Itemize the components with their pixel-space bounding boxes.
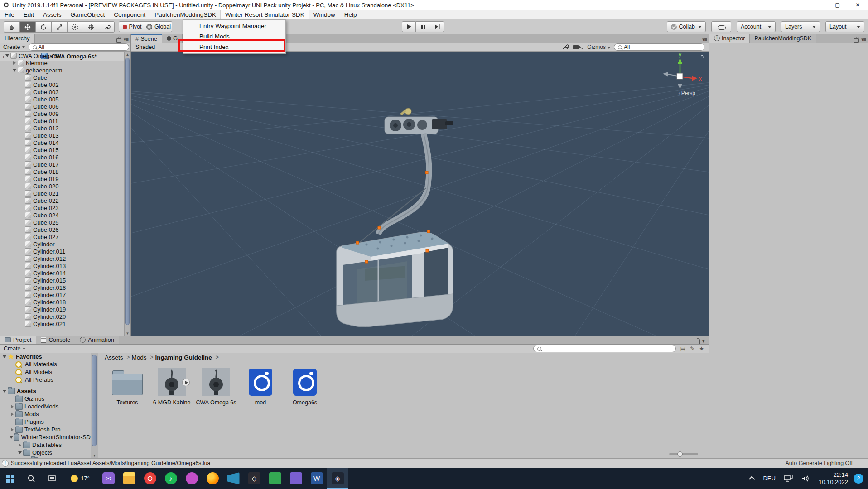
hierarchy-item[interactable]: Cylinder.018: [0, 298, 124, 306]
breadcrumb-segment[interactable]: Assets: [105, 354, 130, 361]
network-indicator[interactable]: [780, 468, 797, 489]
status-message[interactable]: Successfully reloaded LuaAsset Assets/Mo…: [11, 460, 211, 466]
expand-arrow-icon[interactable]: [10, 428, 15, 431]
hierarchy-item[interactable]: Klemme: [0, 59, 124, 67]
hierarchy-item[interactable]: Cube.026: [0, 226, 124, 233]
rect-tool[interactable]: [67, 21, 83, 33]
hierarchy-item[interactable]: Cube.019: [0, 175, 124, 182]
expand-arrow-icon[interactable]: [2, 355, 7, 358]
hierarchy-search-input[interactable]: All: [29, 43, 129, 51]
taskbar-app-icon[interactable]: [181, 468, 202, 489]
taskbar-app-icon[interactable]: ✉: [98, 468, 119, 489]
gizmos-dropdown[interactable]: Gizmos: [587, 44, 610, 50]
search-button[interactable]: [21, 468, 42, 489]
hierarchy-item[interactable]: Cube.006: [0, 103, 124, 110]
hierarchy-item[interactable]: Cube.023: [0, 204, 124, 211]
project-tree-item[interactable]: Plugins: [0, 418, 91, 426]
hierarchy-item[interactable]: Cube: [0, 74, 124, 81]
hierarchy-item[interactable]: Cylinder.016: [0, 284, 124, 291]
project-tree-item[interactable]: LoadedMods: [0, 403, 91, 410]
project-tree-item[interactable]: Objects: [0, 449, 91, 456]
task-view-button[interactable]: [42, 468, 63, 489]
taskbar-app-icon[interactable]: [223, 468, 244, 489]
menu-option[interactable]: Entry Waypoint Manager: [183, 21, 285, 31]
clock[interactable]: 22:14 10.10.2022: [814, 471, 853, 486]
hierarchy-item[interactable]: gehaengearm: [0, 67, 124, 74]
taskbar-app-icon[interactable]: [202, 468, 223, 489]
hierarchy-item[interactable]: Cube.003: [0, 88, 124, 96]
project-tree-item[interactable]: DataTables: [0, 441, 91, 449]
hierarchy-item[interactable]: Cube.024: [0, 211, 124, 219]
asset-item[interactable]: Omega6s: [286, 368, 324, 406]
layers-button[interactable]: Layers: [781, 21, 820, 32]
menu-item[interactable]: Component: [109, 10, 150, 19]
hierarchy-item[interactable]: Cylinder.012: [0, 255, 124, 262]
taskbar-app-icon[interactable]: ◇: [244, 468, 265, 489]
cloud-button[interactable]: [711, 21, 731, 32]
tab-paulchenmoddingsdk[interactable]: PaulchenModdingSDK: [750, 34, 816, 43]
hierarchy-item[interactable]: Cylinder.017: [0, 291, 124, 298]
expand-arrow-icon[interactable]: [12, 61, 17, 65]
project-tree-item[interactable]: WinterResortSimulator-SD: [0, 433, 91, 441]
collab-button[interactable]: Collab: [667, 21, 706, 32]
hierarchy-item[interactable]: Cube.014: [0, 139, 124, 146]
project-tree-item[interactable]: All Models: [0, 368, 91, 376]
pause-button[interactable]: [416, 21, 430, 32]
minimize-button[interactable]: –: [807, 0, 827, 10]
hierarchy-item[interactable]: Cube.017: [0, 161, 124, 168]
tray-expand-button[interactable]: [746, 468, 759, 489]
project-tree-item[interactable]: Gizmos: [0, 395, 91, 403]
menu-item[interactable]: Edit: [19, 10, 39, 19]
start-button[interactable]: [0, 468, 21, 489]
hierarchy-item[interactable]: Cylinder.013: [0, 262, 124, 269]
volume-indicator[interactable]: [797, 468, 814, 489]
breadcrumb-segment[interactable]: Mods: [132, 354, 154, 361]
taskbar-app-icon[interactable]: [119, 468, 140, 489]
hierarchy-create-button[interactable]: Create: [1, 44, 27, 50]
hand-tool[interactable]: [4, 21, 19, 33]
hierarchy-item[interactable]: Cube.015: [0, 146, 124, 153]
menu-item[interactable]: Help: [340, 10, 362, 19]
lock-icon[interactable]: [695, 340, 700, 344]
weather-widget[interactable]: 17°: [63, 468, 98, 489]
rotate-tool[interactable]: [35, 21, 51, 33]
project-search-input[interactable]: [533, 345, 676, 352]
close-button[interactable]: ✕: [848, 0, 868, 10]
hierarchy-item[interactable]: Cube.016: [0, 153, 124, 161]
hierarchy-item[interactable]: Cylinder.011: [0, 248, 124, 255]
project-tree-item[interactable]: All Prefabs: [0, 376, 91, 384]
asset-item[interactable]: 6-MGD Kabine: [153, 368, 191, 406]
panel-menu-icon[interactable]: ▾≡: [702, 338, 707, 344]
hierarchy-item[interactable]: Cube.020: [0, 182, 124, 190]
hierarchy-item[interactable]: Cube.021: [0, 190, 124, 197]
lighting-status[interactable]: Auto Generate Lighting Off: [786, 460, 868, 466]
menu-item[interactable]: PaulchenModdingSDK: [150, 10, 221, 19]
menu-item[interactable]: Winter Resort Simulator SDK: [221, 10, 309, 19]
panel-menu-icon[interactable]: ▾≡: [702, 37, 707, 43]
taskbar-app-icon[interactable]: W: [306, 468, 327, 489]
tab-scene[interactable]: #Scene: [131, 34, 162, 43]
menu-item[interactable]: Assets: [39, 10, 66, 19]
project-create-button[interactable]: Create: [1, 345, 28, 352]
thumbnail-size-slider[interactable]: [669, 453, 698, 455]
scene-tools-icon[interactable]: [562, 43, 569, 51]
scale-tool[interactable]: [51, 21, 67, 33]
hierarchy-item[interactable]: Cylinder.020: [0, 313, 124, 320]
account-button[interactable]: Account: [737, 21, 776, 32]
lock-icon[interactable]: [854, 38, 859, 43]
expand-arrow-icon[interactable]: [10, 436, 14, 439]
hierarchy-item[interactable]: Cylinder: [0, 240, 124, 248]
expand-arrow-icon[interactable]: [17, 443, 23, 447]
taskbar-app-icon[interactable]: ♪: [160, 468, 181, 489]
asset-item[interactable]: Textures: [108, 368, 146, 406]
breadcrumb-segment[interactable]: Ingaming Guideline: [155, 354, 219, 361]
asset-item[interactable]: mod: [241, 368, 280, 406]
hierarchy-item[interactable]: Cylinder.014: [0, 269, 124, 277]
hierarchy-item[interactable]: Cube.005: [0, 96, 124, 103]
tab-console[interactable]: Console: [36, 336, 75, 344]
menu-item[interactable]: File: [0, 10, 19, 19]
hierarchy-item[interactable]: Cube.022: [0, 197, 124, 204]
hierarchy-item[interactable]: CWA Omega 6s: [0, 52, 124, 59]
play-badge-icon[interactable]: [182, 379, 190, 386]
hierarchy-item[interactable]: Cube.025: [0, 219, 124, 226]
